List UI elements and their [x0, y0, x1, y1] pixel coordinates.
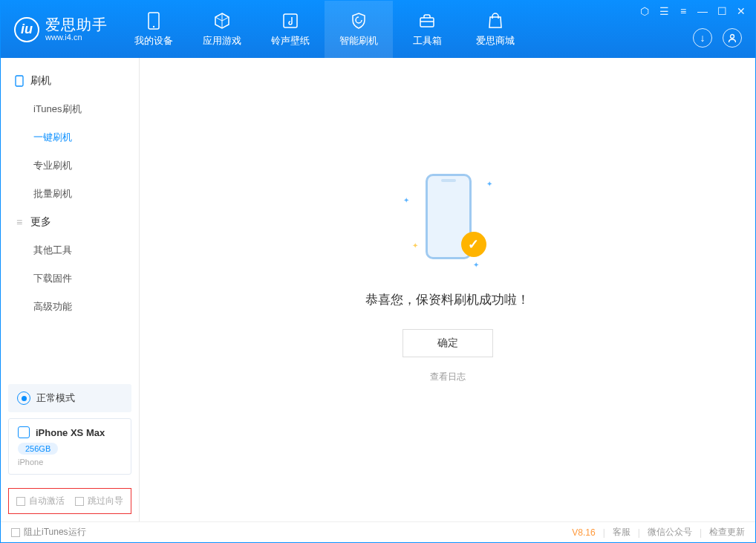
mode-card[interactable]: 正常模式 — [8, 384, 131, 412]
nav-label: 爱思商城 — [476, 34, 515, 48]
skip-guide-checkbox[interactable]: 跳过向导 — [75, 495, 123, 507]
nav-toolbox[interactable]: 工具箱 — [393, 1, 461, 58]
header-actions: ↓ — [693, 28, 742, 48]
sidebar-item-itunes-flash[interactable]: iTunes刷机 — [1, 95, 139, 123]
svg-rect-3 — [420, 18, 434, 27]
checkbox-icon — [16, 497, 25, 506]
device-type: iPhone — [18, 458, 122, 466]
sidebar-item-oneclick-flash[interactable]: 一键刷机 — [1, 123, 139, 152]
checkbox-icon — [75, 497, 84, 506]
nav-label: 铃声壁纸 — [271, 34, 310, 48]
sidebar-item-pro-flash[interactable]: 专业刷机 — [1, 152, 139, 180]
success-message: 恭喜您，保资料刷机成功啦！ — [365, 291, 529, 308]
sidebar-item-other-tools[interactable]: 其他工具 — [1, 236, 139, 264]
check-icon: ✓ — [461, 232, 486, 257]
nav-label: 智能刷机 — [339, 34, 378, 48]
nav-my-device[interactable]: 我的设备 — [120, 1, 188, 58]
nav-flash[interactable]: 智能刷机 — [325, 1, 393, 58]
user-button[interactable] — [723, 28, 742, 48]
nav-ringtones[interactable]: 铃声壁纸 — [256, 1, 325, 58]
music-icon — [281, 12, 299, 30]
nav-label: 工具箱 — [413, 34, 442, 48]
shield-icon — [350, 12, 368, 30]
auto-activate-checkbox[interactable]: 自动激活 — [16, 495, 65, 507]
close-button[interactable]: ✕ — [734, 5, 748, 17]
sidebar-group-more: ≡ 更多 — [1, 208, 139, 236]
device-name: iPhone XS Max — [36, 427, 105, 438]
nav-store[interactable]: 爱思商城 — [461, 1, 529, 58]
main-content: ✦✦✦✦ ✓ 恭喜您，保资料刷机成功啦！ 确定 查看日志 — [140, 58, 755, 521]
menu-icon[interactable]: ☰ — [657, 5, 671, 17]
maximize-button[interactable]: ☐ — [715, 5, 729, 17]
support-link[interactable]: 客服 — [613, 526, 630, 539]
phone-icon — [14, 76, 25, 86]
mode-label: 正常模式 — [36, 391, 75, 405]
mode-icon — [17, 391, 30, 405]
device-icon — [145, 12, 163, 30]
logo: iu 爱思助手 www.i4.cn — [1, 1, 120, 58]
bag-icon — [486, 12, 504, 30]
minimize-button[interactable]: — — [696, 5, 709, 17]
device-card[interactable]: iPhone XS Max 256GB iPhone — [8, 418, 131, 475]
nav-apps[interactable]: 应用游戏 — [188, 1, 256, 58]
checkbox-icon — [11, 528, 20, 537]
svg-point-1 — [153, 25, 154, 27]
logo-icon: iu — [14, 17, 39, 42]
shirt-icon[interactable]: ⬡ — [638, 5, 651, 17]
block-itunes-checkbox[interactable]: 阻止iTunes运行 — [11, 526, 86, 539]
check-update-link[interactable]: 检查更新 — [709, 526, 745, 539]
options-row: 自动激活 跳过向导 — [8, 488, 131, 514]
sidebar-group-flash: 刷机 — [1, 67, 139, 95]
sidebar-item-advanced[interactable]: 高级功能 — [1, 293, 139, 321]
app-title: 爱思助手 — [45, 16, 108, 33]
list-icon[interactable]: ≡ — [677, 5, 690, 17]
cube-icon — [213, 12, 231, 30]
view-log-link[interactable]: 查看日志 — [430, 371, 466, 383]
download-button[interactable]: ↓ — [693, 28, 712, 48]
wechat-link[interactable]: 微信公众号 — [648, 526, 692, 539]
toolbox-icon — [418, 12, 436, 30]
capacity-badge: 256GB — [18, 443, 58, 455]
sidebar-item-download-firmware[interactable]: 下载固件 — [1, 264, 139, 293]
svg-rect-2 — [284, 14, 297, 27]
menu-lines-icon: ≡ — [14, 217, 25, 227]
sidebar-item-batch-flash[interactable]: 批量刷机 — [1, 180, 139, 208]
ok-button[interactable]: 确定 — [403, 329, 493, 357]
svg-rect-5 — [16, 76, 23, 86]
top-nav: 我的设备 应用游戏 铃声壁纸 智能刷机 工具箱 爱思商城 — [120, 1, 529, 58]
sidebar: 刷机 iTunes刷机 一键刷机 专业刷机 批量刷机 ≡ 更多 其他工具 下载固… — [1, 58, 140, 521]
app-subtitle: www.i4.cn — [45, 33, 108, 42]
nav-label: 我的设备 — [134, 34, 173, 48]
version-label: V8.16 — [572, 527, 595, 538]
header: iu 爱思助手 www.i4.cn 我的设备 应用游戏 铃声壁纸 智能刷机 工具… — [1, 1, 755, 58]
footer: 阻止iTunes运行 V8.16 | 客服 | 微信公众号 | 检查更新 — [1, 521, 755, 542]
device-small-icon — [18, 426, 30, 438]
svg-point-4 — [731, 35, 734, 39]
window-controls: ⬡ ☰ ≡ — ☐ ✕ — [638, 5, 748, 17]
success-illustration: ✦✦✦✦ ✓ — [403, 166, 492, 270]
nav-label: 应用游戏 — [203, 34, 241, 48]
